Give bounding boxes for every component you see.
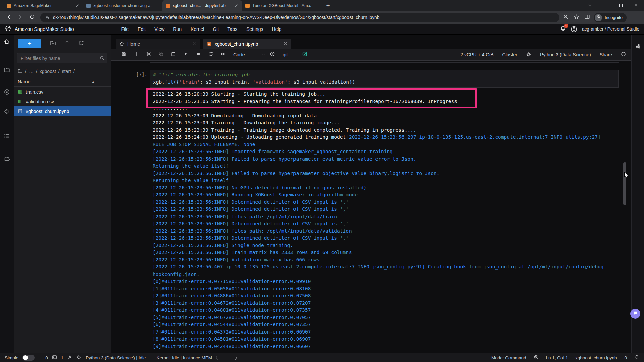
output-line: [2022-12-26:15:23:56:INFO] Running XGBoo… — [153, 191, 619, 199]
file-row[interactable]: xgboost_churn.ipynb — [14, 106, 111, 116]
address-bar[interactable]: d-2rou7thinqlw.studio.us-east-2.sagemake… — [40, 13, 559, 22]
breadcrumb-item[interactable]: / — [36, 69, 37, 74]
reload-button[interactable] — [27, 14, 37, 21]
file-name: train.csv — [26, 89, 43, 95]
output-line: 2022-12-26 15:21:05 Starting - Preparing… — [153, 98, 619, 105]
file-list-header[interactable]: Name ▲ — [14, 77, 111, 87]
account-icon[interactable] — [571, 26, 577, 33]
home-icon[interactable] — [0, 37, 14, 47]
close-button[interactable] — [629, 0, 644, 11]
account-label[interactable]: acg-amber / Personal Studio — [582, 26, 639, 32]
zoom-icon[interactable] — [561, 14, 570, 21]
window-menu-chevron-icon[interactable] — [582, 0, 598, 11]
kernel-status-icon[interactable] — [621, 52, 626, 58]
tab-title: Amazon SageMaker — [14, 3, 73, 8]
simple-mode-toggle[interactable] — [22, 355, 35, 361]
menu-help[interactable]: Help — [268, 24, 286, 35]
notifications-button[interactable]: 1 — [560, 25, 566, 33]
breadcrumb-item[interactable]: / — [25, 69, 26, 74]
restart-run-all-button[interactable] — [220, 51, 226, 58]
breadcrumb-item[interactable]: … — [29, 69, 34, 74]
cursor-position[interactable]: Ln 1, Col 1 — [546, 355, 568, 360]
file-filter-input[interactable] — [17, 53, 107, 63]
instance-type-label[interactable]: 2 vCPU + 4 GiB — [460, 52, 493, 57]
breadcrumb-item[interactable]: / — [58, 69, 60, 74]
tab-close-icon[interactable] — [314, 4, 318, 8]
tab-close-icon[interactable] — [75, 4, 79, 8]
kernel-name-label[interactable]: Python 3 (Data Science) — [540, 52, 591, 57]
circle-x-icon[interactable] — [534, 355, 539, 361]
breadcrumb-item[interactable]: / — [73, 69, 75, 74]
breadcrumb-item[interactable]: xgboost — [40, 69, 56, 74]
restart-kernel-button[interactable] — [207, 51, 214, 58]
git-icon[interactable] — [0, 107, 14, 117]
terminal-icon[interactable] — [52, 355, 57, 361]
new-folder-icon[interactable] — [50, 40, 56, 47]
menu-tabs[interactable]: Tabs — [223, 24, 242, 35]
menu-edit[interactable]: Edit — [133, 24, 150, 35]
running-sessions-icon[interactable] — [0, 87, 14, 98]
cluster-label[interactable]: Cluster — [502, 52, 517, 57]
add-cell-button[interactable] — [133, 51, 140, 58]
copy-cell-button[interactable] — [158, 51, 164, 58]
extensions-icon[interactable] — [0, 154, 14, 164]
browser-tab[interactable]: xgboost-customer-churn-acg-a... — [83, 0, 162, 11]
chat-fab[interactable] — [630, 309, 640, 319]
settings-sliders-icon[interactable] — [635, 43, 641, 353]
breadcrumb-item[interactable]: start — [62, 69, 71, 74]
browser-tab[interactable]: Amazon SageMaker — [3, 0, 83, 11]
tab-notebook-close-icon[interactable] — [283, 41, 288, 47]
side-panel-icon[interactable] — [582, 14, 592, 21]
back-button[interactable] — [4, 14, 14, 21]
cut-cell-button[interactable] — [145, 51, 152, 58]
stop-button[interactable] — [195, 51, 202, 58]
file-browser-icon[interactable] — [0, 65, 14, 75]
refresh-icon[interactable] — [78, 40, 84, 47]
maximize-button[interactable] — [613, 0, 629, 11]
tab-close-icon[interactable] — [234, 4, 238, 8]
statusbar-bell-icon[interactable] — [634, 355, 639, 361]
tab-notebook[interactable]: xgboost_churn.ipynb — [203, 39, 291, 49]
main-area: Home xgboost_churn.ipynb Code — [111, 35, 631, 353]
menu-file[interactable]: File — [117, 24, 133, 35]
menu-settings[interactable]: Settings — [242, 24, 268, 35]
file-row[interactable]: validation.csv — [14, 97, 111, 106]
git-status-icon[interactable] — [76, 355, 82, 361]
upload-icon[interactable] — [64, 40, 70, 47]
kernel-status-label[interactable]: Python 3 (Data Science) | Idle — [86, 355, 146, 360]
bookmark-star-icon[interactable] — [572, 14, 581, 21]
mode-indicator: Mode: Command — [491, 355, 526, 360]
save-button[interactable] — [120, 51, 127, 58]
minimize-button[interactable] — [598, 0, 613, 11]
code-cell-editor[interactable]: # "fit" executes the training jobxgb.fit… — [150, 70, 619, 88]
menu-kernel[interactable]: Kernel — [186, 24, 208, 35]
file-row[interactable]: train.csv — [14, 87, 111, 97]
tab-home[interactable]: Home — [116, 39, 200, 49]
table-of-contents-icon[interactable] — [0, 132, 14, 142]
tab-close-icon[interactable] — [155, 4, 159, 8]
new-tab-button[interactable]: + — [323, 1, 333, 10]
browser-tab[interactable]: xgboost_chur... - JupyterLab — [162, 0, 242, 11]
paste-cell-button[interactable] — [170, 51, 177, 58]
incognito-label: Incognito — [605, 15, 623, 20]
git-toolbar-label[interactable]: git — [283, 52, 288, 57]
browser-tab[interactable]: Tune an XGBoost Model - Amaz... — [242, 0, 321, 11]
cell-type-dropdown[interactable]: Code — [233, 52, 266, 57]
kernel-gear-icon[interactable] — [67, 355, 72, 361]
folder-icon[interactable] — [18, 68, 23, 74]
gear-icon[interactable] — [526, 52, 531, 58]
status-bar: Simple 0 1 Python 3 (Data Science) | Idl… — [0, 353, 644, 362]
history-icon[interactable] — [269, 51, 276, 58]
checkpoint-diff-icon[interactable] — [301, 51, 308, 58]
statusbar-filename: xgboost_churn.ipynb — [575, 355, 617, 360]
menu-git[interactable]: Git — [208, 24, 223, 35]
scrollbar-thumb[interactable] — [623, 162, 626, 205]
tab-home-close-icon[interactable] — [192, 41, 196, 47]
share-button[interactable]: Share — [600, 52, 612, 57]
menu-view[interactable]: View — [150, 24, 169, 35]
new-launcher-button[interactable]: + — [18, 39, 41, 48]
forward-button[interactable] — [15, 14, 25, 21]
run-button[interactable] — [182, 51, 189, 58]
name-column-header[interactable]: Name — [18, 79, 30, 84]
menu-run[interactable]: Run — [169, 24, 186, 35]
